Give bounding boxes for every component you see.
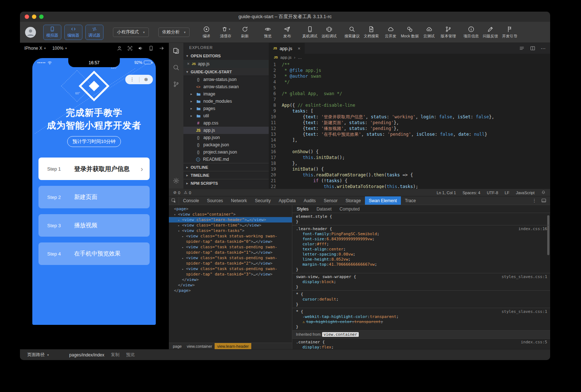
toolbar-action-project-info[interactable]: 项目信息 [462,26,481,39]
toolbar-action-remote-debug[interactable]: 远程调试 [320,26,339,39]
open-editors-section[interactable]: ▾ OPEN EDITORS [183,52,269,60]
toolbar-action-feedback[interactable]: 问题反馈 [481,26,500,39]
toolbar-action-compile[interactable]: 编译 [197,26,216,39]
file-node_modules[interactable]: ▸node_modules [183,98,269,105]
capsule-menu-icon[interactable]: ⋮ [125,75,139,84]
expand-arrow-icon[interactable]: ▾ [174,212,176,217]
scan-icon[interactable] [127,45,133,51]
breadcrumb-item[interactable]: … [298,55,302,60]
section-timeline[interactable]: ▸TIMELINE [183,171,269,179]
inspect-element-icon[interactable] [169,196,179,205]
copy-path-button[interactable]: 复制 [111,352,119,358]
toolbar-action-clear[interactable]: ▾清缓存 [216,26,235,39]
expand-arrow-icon[interactable]: ▸ [182,266,184,272]
tab-computed[interactable]: Computed [336,207,363,212]
file-app.json[interactable]: {}app.json [183,134,269,141]
breadcrumb-item[interactable]: app.js [280,55,292,60]
project-root-folder[interactable]: ▾ GUIDE-QUICK-START [183,68,269,76]
elements-breadcrumb-item[interactable]: page [170,343,184,350]
element-node[interactable]: ▸<view class="task status-working swan-s… [169,233,292,244]
editor-mode-button[interactable]: 编辑器 [64,25,82,40]
styles-rules-list[interactable]: element.style {}index.css:16.learn-heade… [292,213,550,349]
dock-panel-icon[interactable] [541,198,547,203]
element-node[interactable]: ▾<view class="learn-tasks"> [169,228,292,233]
code-editor[interactable]: 1/**2 * @file app.js3 * @author swan4 */… [269,61,550,189]
capsule-close-icon[interactable]: ⊗ [139,75,153,84]
kebab-menu-icon[interactable]: ⋮ [532,198,537,203]
element-node[interactable]: ▸<view class="task status-pending swan-s… [169,255,292,266]
expand-arrow-icon[interactable]: ▸ [182,234,184,239]
element-node[interactable]: ▸<view class="task status-pending swan-s… [169,266,292,277]
expand-arrow-icon[interactable]: ▸ [178,217,180,223]
problems-errors[interactable]: ⊘ 0 [173,190,180,195]
encoding[interactable]: UTF-8 [487,191,498,195]
devtools-tab-sensor[interactable]: Sensor [320,196,342,205]
toolbar-action-cloud-dev[interactable]: 云开发 [381,26,400,39]
stylesheet-link[interactable]: index.css:5 [521,340,547,345]
toolbar-action-preview[interactable]: 预览 [258,26,277,39]
open-editors-list-icon[interactable] [519,45,525,51]
step-card-1[interactable]: Step 1 登录并获取用户信息 › [38,158,150,180]
tab-app-js[interactable]: JS app.js × [269,43,305,54]
toolbar-action-mock-data[interactable]: Mock 数据 [400,26,419,39]
devtools-tab-sources[interactable]: Sources [203,196,227,205]
language-mode[interactable]: JavaScript [516,191,535,195]
device-icon[interactable] [148,45,154,51]
split-editor-icon[interactable] [530,45,536,51]
settings-gear-icon[interactable] [172,177,180,184]
file-util[interactable]: ▸util [183,112,269,119]
file-pages[interactable]: ▸pages [183,105,269,112]
element-node[interactable]: ▸<view class="learn-time">…</view> [169,222,292,228]
minimize-window-button[interactable] [32,15,36,19]
close-tab-icon[interactable]: × [298,46,301,51]
zoom-select[interactable]: 100% ▾ [52,46,67,51]
toolbar-action-guide[interactable]: 开发引导 [500,26,519,39]
devtools-tab-appdata[interactable]: AppData [275,196,300,205]
element-node[interactable]: </page> [169,288,292,293]
simulator-mode-button[interactable]: 模拟器 [43,25,61,40]
element-node[interactable]: </view> [169,282,292,288]
expand-arrow-icon[interactable]: ▸ [182,245,184,250]
notifications-bell-icon[interactable] [541,190,546,195]
elements-breadcrumb-item[interactable]: view.container [184,343,215,350]
preview-path-button[interactable]: 预览 [126,352,135,358]
indentation[interactable]: Spaces: 4 [463,191,480,195]
zoom-window-button[interactable] [39,15,44,19]
audio-icon[interactable] [138,45,143,51]
element-node[interactable]: </view> [169,277,292,282]
stylesheet-link[interactable]: index.css:16 [519,226,547,232]
element-node[interactable]: ▸<view class="learn-header">…</view> [169,217,292,222]
page-path-label[interactable]: 页面路径 [27,352,45,358]
toolbar-action-version[interactable]: 版本管理 [439,26,458,39]
elements-breadcrumb-item[interactable]: view.learn-header [215,343,251,350]
account-icon[interactable] [117,45,122,51]
file-README.md[interactable]: iREADME.md [183,156,269,163]
file-project.swan.json[interactable]: {}project.swan.json [183,148,269,156]
toolbar-action-search-suggest[interactable]: 搜索建议 [342,26,362,39]
breadcrumb[interactable]: JS app.js › … [269,54,550,61]
close-window-button[interactable] [25,15,29,19]
tab-dataset[interactable]: Dataset [313,207,335,212]
expand-arrow-icon[interactable]: ▾ [178,228,180,234]
file-package.json[interactable]: {}package.json [183,141,269,148]
miniprogram-mode-dropdown[interactable]: 小程序模式 ▾ [113,28,149,37]
search-icon[interactable] [172,64,180,71]
open-external-icon[interactable] [159,45,164,51]
file-image[interactable]: ▸image [183,90,269,98]
devtools-tab-console[interactable]: Console [179,196,203,205]
devtools-tab-trace[interactable]: Trace [401,196,420,205]
toolbar-action-refresh[interactable]: 刷新 [235,26,255,39]
more-actions-icon[interactable]: ⋯ [541,45,546,51]
step-card-2[interactable]: Step 2 新建页面 [38,186,150,208]
explorer-icon[interactable] [172,47,180,54]
toolbar-action-publish[interactable]: 发布 [277,26,297,39]
devtools-tab-audits[interactable]: Audits [300,196,320,205]
debugger-mode-button[interactable]: 调试器 [85,25,103,40]
dependency-analysis-dropdown[interactable]: 依赖分析 ▾ [158,28,190,37]
device-select[interactable]: IPhone X ▾ [24,46,46,51]
devtools-tab-network[interactable]: Network [227,196,251,205]
toolbar-action-device-debug[interactable]: 真机调试 [300,26,320,39]
element-node[interactable]: ▸<view class="task status-pending swan-s… [169,244,292,255]
step-card-3[interactable]: Step 3 播放视频 [38,214,150,237]
devtools-tab-storage[interactable]: Storage [342,196,365,205]
